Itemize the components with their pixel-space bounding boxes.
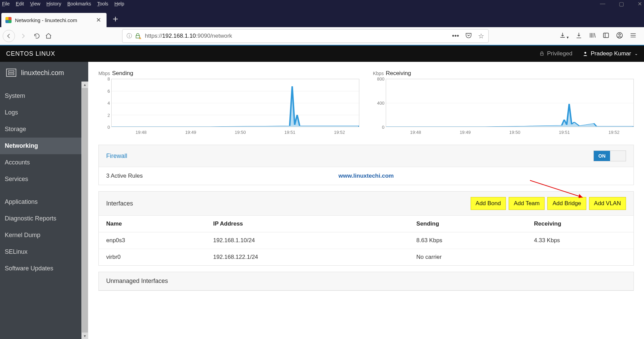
sidebar-item-system[interactable]: System [0,88,88,104]
privileged-indicator[interactable]: Privileged [539,50,572,57]
table-row[interactable]: enp0s3192.168.1.10/24 8.63 Kbps4.33 Kbps [99,232,633,249]
server-icon [6,69,16,77]
svg-rect-5 [8,71,14,72]
menu-view[interactable]: View [30,1,40,6]
sending-label: Sending [112,70,133,76]
firewall-link[interactable]: Firewall [106,153,127,160]
receiving-plot-area [386,79,634,127]
page-actions-icon[interactable]: ••• [452,32,459,40]
home-button[interactable] [43,33,54,39]
table-row[interactable]: virbr0192.168.122.1/24 No carrier [99,249,633,266]
scroll-thumb[interactable] [82,88,88,333]
scroll-up-icon[interactable]: ▴ [84,82,86,88]
unmanaged-title: Unmanaged Interfaces [106,278,168,285]
scroll-down-icon[interactable]: ▾ [84,333,86,339]
receiving-yaxis: 8004000 [373,79,386,127]
sidebar-item-diagnostic-reports[interactable]: Diagnostic Reports [0,210,88,227]
sidebar-item-accounts[interactable]: Accounts [0,154,88,171]
library-icon[interactable] [589,32,596,40]
add-vlan-button[interactable]: Add VLAN [589,197,626,210]
hamburger-menu-icon[interactable] [630,32,637,40]
receiving-xaxis: 19:48 19:49 19:50 19:51 19:52 [386,128,634,137]
watermark-text: www.linuxtechi.com [339,173,394,179]
window-close-icon[interactable]: ✕ [638,1,642,7]
menu-tools[interactable]: Tools [97,1,108,6]
host-name: linuxtechi.com [21,69,64,77]
toggle-on-label: ON [594,151,610,161]
sidebar-toggle-icon[interactable] [603,32,609,40]
sidebar-item-software-updates[interactable]: Software Updates [0,260,88,277]
receiving-chart: KbpsReceiving 8004000 19:48 19:49 [373,70,634,137]
cockpit-header: CENTOS LINUX Privileged Pradeep Kumar ⌄ [0,46,644,62]
url-bar[interactable]: ⓘ ▲ https://192.168.1.10:9090/network ••… [122,29,489,43]
add-team-button[interactable]: Add Team [509,197,545,210]
browser-toolbar: ⓘ ▲ https://192.168.1.10:9090/network ••… [0,27,644,46]
svg-rect-6 [8,73,14,75]
sidebar-scrollbar[interactable]: ▴ ▾ [81,82,88,339]
menu-help[interactable]: Help [114,1,124,6]
menu-file[interactable]: File [2,1,10,6]
firewall-rules-text: 3 Active Rules [106,173,143,179]
new-tab-button[interactable]: + [113,14,118,24]
tab-favicon-icon [5,17,12,23]
user-menu[interactable]: Pradeep Kumar ⌄ [583,50,638,57]
interfaces-panel: Interfaces Add Bond Add Team Add Bridge … [98,191,634,266]
site-info-icon[interactable]: ⓘ [127,33,132,40]
col-sending: Sending [409,216,527,232]
interfaces-title: Interfaces [106,200,133,207]
sidebar-item-selinux[interactable]: SELinux [0,244,88,260]
firewall-panel: Firewall ON 3 Active Rules www.linuxtech… [98,145,634,185]
home-icon [45,33,52,39]
receiving-unit: Kbps [373,71,384,76]
browser-tab[interactable]: Networking - linuxtechi.com ✕ [1,13,107,27]
sending-line [112,79,359,127]
lock-icon [539,51,544,56]
cockpit-sidebar: linuxtechi.com System Logs Storage Netwo… [0,62,88,339]
chevron-down-icon: ⌄ [634,51,638,56]
arrow-left-icon [6,33,12,39]
sending-unit: Mbps [98,71,110,76]
firewall-header: Firewall ON [99,145,633,167]
window-maximize-icon[interactable]: ▢ [619,1,624,7]
cockpit-brand: CENTOS LINUX [6,50,55,57]
window-minimize-icon[interactable]: — [600,1,605,7]
sending-xaxis: 19:48 19:49 19:50 19:51 19:52 [111,128,359,137]
host-selector[interactable]: linuxtechi.com [0,62,88,84]
firewall-toggle[interactable]: ON [593,150,626,161]
save-page-icon[interactable]: ▾ [559,32,569,40]
svg-point-4 [584,52,586,54]
reload-button[interactable] [31,33,43,39]
sending-chart: MbpsSending 86420 19:48 19:49 19:5 [98,70,359,137]
tab-title: Networking - linuxtechi.com [15,17,77,23]
svg-point-3 [619,34,621,35]
sidebar-nav: System Logs Storage Networking Accounts … [0,84,88,277]
downloads-icon[interactable] [575,32,582,40]
main-content: MbpsSending 86420 19:48 19:49 19:5 [88,62,644,339]
back-button[interactable] [3,30,15,42]
sidebar-item-storage[interactable]: Storage [0,121,88,138]
firewall-rules-row[interactable]: 3 Active Rules www.linuxtechi.com [99,167,633,185]
sidebar-item-networking[interactable]: Networking [0,138,88,154]
sidebar-item-services[interactable]: Services [0,171,88,188]
col-name: Name [99,216,206,232]
forward-button[interactable] [17,30,29,42]
browser-tabstrip: Networking - linuxtechi.com ✕ + [0,7,644,27]
sidebar-item-kernel-dump[interactable]: Kernel Dump [0,227,88,244]
lock-warning-icon[interactable]: ▲ [135,33,141,39]
pocket-icon[interactable] [465,32,472,40]
add-bridge-button[interactable]: Add Bridge [547,197,586,210]
bookmark-star-icon[interactable]: ☆ [478,32,484,40]
interfaces-header: Interfaces Add Bond Add Team Add Bridge … [99,192,633,216]
account-icon[interactable] [616,32,623,40]
add-bond-button[interactable]: Add Bond [471,197,506,210]
receiving-label: Receiving [386,70,411,76]
menu-edit[interactable]: Edit [16,1,24,6]
menu-history[interactable]: History [46,1,61,6]
arrow-right-icon [20,33,26,39]
sidebar-item-applications[interactable]: Applications [0,194,88,210]
sidebar-item-logs[interactable]: Logs [0,104,88,121]
user-icon [583,51,588,56]
interfaces-table: Name IP Address Sending Receiving enp0s3… [99,216,633,265]
tab-close-icon[interactable]: ✕ [95,16,102,24]
menu-bookmarks[interactable]: Bookmarks [67,1,91,6]
